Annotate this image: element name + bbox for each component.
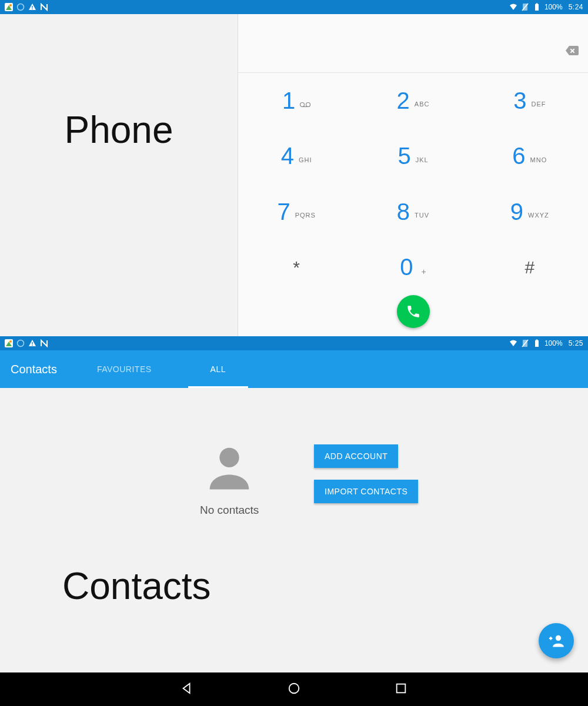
- svg-rect-15: [32, 342, 32, 344]
- svg-point-23: [289, 683, 299, 693]
- no-sim-icon: [521, 339, 529, 347]
- digit-2: 2: [397, 88, 410, 114]
- wifi-icon: [509, 339, 517, 347]
- letters-5: JKL: [416, 156, 429, 163]
- svg-point-22: [556, 635, 561, 641]
- add-account-button[interactable]: ADD ACCOUNT: [314, 444, 398, 468]
- svg-rect-4: [32, 9, 32, 9]
- letters-8: TUV: [415, 212, 429, 219]
- battery-icon: [533, 3, 541, 11]
- status-bar: 100% 5:25: [0, 336, 588, 350]
- tab-favourites[interactable]: FAVOURITES: [68, 350, 181, 388]
- svg-rect-20: [536, 340, 537, 341]
- svg-point-2: [18, 4, 24, 11]
- svg-point-9: [300, 103, 305, 107]
- dialer-pane: 1 2ABC 3DEF 4GHI 5JKL 6MNO 7PQRS 8TUV 9W…: [238, 14, 588, 336]
- digit-6: 6: [512, 143, 525, 169]
- digit-0: 0: [400, 254, 413, 280]
- battery-icon: [533, 339, 541, 347]
- contacts-appbar: Contacts FAVOURITES ALL: [0, 350, 588, 388]
- svg-point-10: [306, 103, 310, 107]
- plus-sign: +: [422, 267, 426, 276]
- digit-3: 3: [513, 88, 526, 114]
- android-navbar: [0, 672, 588, 706]
- wifi-icon: [509, 3, 517, 11]
- letters-3: DEF: [531, 101, 546, 108]
- svg-point-14: [18, 340, 24, 347]
- backspace-button[interactable]: [564, 44, 579, 60]
- digit-7: 7: [277, 199, 290, 225]
- sync-icon: [16, 3, 25, 11]
- contacts-caption: Contacts: [62, 564, 211, 608]
- phone-caption: Phone: [64, 108, 173, 152]
- dialpad-key-8[interactable]: 8TUV: [355, 184, 471, 240]
- dialpad-key-9[interactable]: 9WXYZ: [472, 184, 588, 240]
- digit-1: 1: [282, 88, 295, 114]
- nav-back-button[interactable]: [181, 682, 193, 697]
- clock: 5:25: [569, 339, 583, 347]
- sync-icon: [16, 339, 25, 347]
- warning-icon: [28, 3, 36, 11]
- phone-left-pane: Phone: [0, 14, 238, 336]
- svg-rect-8: [536, 4, 537, 5]
- digit-5: 5: [397, 143, 410, 169]
- dialpad-key-3[interactable]: 3DEF: [472, 73, 588, 129]
- svg-rect-19: [535, 340, 539, 347]
- nav-home-button[interactable]: [288, 682, 300, 697]
- n-icon: [40, 339, 48, 347]
- digit-8: 8: [397, 199, 410, 225]
- dialpad-key-star[interactable]: *: [238, 240, 355, 296]
- letters-2: ABC: [415, 101, 430, 108]
- import-contacts-button[interactable]: IMPORT CONTACTS: [314, 480, 418, 503]
- svg-point-13: [9, 340, 12, 343]
- letters-9: WXYZ: [528, 212, 549, 219]
- dialpad-key-2[interactable]: 2ABC: [355, 73, 471, 129]
- tab-all[interactable]: ALL: [181, 350, 255, 388]
- warning-icon: [28, 339, 36, 347]
- dialpad-key-6[interactable]: 6MNO: [472, 129, 588, 185]
- dialpad-key-4[interactable]: 4GHI: [238, 129, 355, 185]
- app-icon: [5, 339, 13, 347]
- svg-point-21: [219, 448, 239, 467]
- battery-percent: 100%: [544, 3, 563, 11]
- digit-4: 4: [281, 143, 294, 169]
- empty-text: No contacts: [200, 504, 259, 517]
- digit-star: *: [293, 257, 300, 277]
- letters-7: PQRS: [295, 212, 316, 219]
- svg-rect-3: [32, 6, 32, 8]
- svg-point-1: [9, 4, 12, 6]
- digit-hash: #: [524, 257, 534, 277]
- dialpad: 1 2ABC 3DEF 4GHI 5JKL 6MNO 7PQRS 8TUV 9W…: [238, 73, 588, 295]
- no-sim-icon: [521, 3, 529, 11]
- svg-rect-24: [397, 684, 406, 692]
- dialpad-key-1[interactable]: 1: [238, 73, 355, 129]
- clock: 5:24: [569, 3, 583, 11]
- status-bar: 100% 5:24: [0, 0, 588, 14]
- add-contact-fab[interactable]: [539, 623, 574, 658]
- digit-9: 9: [510, 199, 523, 225]
- appbar-title: Contacts: [0, 363, 68, 376]
- person-icon: [200, 438, 259, 497]
- svg-rect-16: [32, 345, 32, 346]
- dial-number-display: [238, 14, 588, 73]
- dialpad-key-0[interactable]: 0+: [355, 240, 471, 296]
- phone-icon: [406, 304, 421, 319]
- dialpad-key-hash[interactable]: #: [472, 240, 588, 296]
- app-icon: [5, 3, 13, 11]
- nav-recent-button[interactable]: [395, 682, 407, 697]
- n-icon: [40, 3, 48, 11]
- battery-percent: 100%: [544, 339, 563, 347]
- svg-rect-7: [535, 4, 539, 11]
- call-button[interactable]: [397, 295, 430, 328]
- letters-6: MNO: [530, 156, 547, 163]
- dialpad-key-7[interactable]: 7PQRS: [238, 184, 355, 240]
- add-person-icon: [548, 633, 564, 649]
- dialpad-key-5[interactable]: 5JKL: [355, 129, 471, 185]
- voicemail-icon: [300, 99, 310, 110]
- letters-4: GHI: [299, 156, 312, 163]
- empty-state: No contacts: [200, 438, 259, 517]
